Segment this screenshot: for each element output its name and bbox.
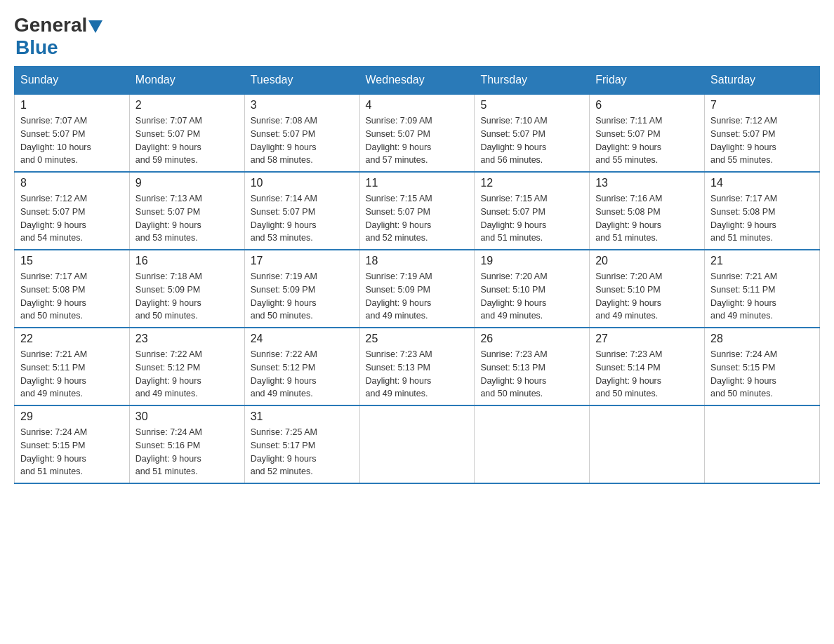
day-number: 28 [710,333,814,345]
day-info: Sunrise: 7:24 AMSunset: 5:15 PMDaylight:… [710,348,814,401]
weekday-header-saturday: Saturday [705,67,820,95]
day-number: 19 [480,255,583,267]
day-number: 2 [135,99,239,112]
day-info: Sunrise: 7:15 AMSunset: 5:07 PMDaylight:… [480,192,583,245]
day-info: Sunrise: 7:21 AMSunset: 5:11 PMDaylight:… [710,270,814,323]
day-number: 6 [595,99,699,112]
calendar-cell: 17 Sunrise: 7:19 AMSunset: 5:09 PMDaylig… [244,250,359,328]
logo-general-text: General [14,14,87,36]
day-info: Sunrise: 7:24 AMSunset: 5:15 PMDaylight:… [20,426,124,478]
day-number: 27 [595,333,699,345]
day-info: Sunrise: 7:23 AMSunset: 5:13 PMDaylight:… [366,348,469,401]
day-number: 10 [251,177,354,189]
calendar-cell: 4 Sunrise: 7:09 AMSunset: 5:07 PMDayligh… [359,94,475,172]
day-number: 12 [480,177,583,189]
day-info: Sunrise: 7:24 AMSunset: 5:16 PMDaylight:… [135,426,239,478]
day-number: 20 [595,255,699,267]
day-info: Sunrise: 7:08 AMSunset: 5:07 PMDaylight:… [251,114,354,167]
calendar-cell: 9 Sunrise: 7:13 AMSunset: 5:07 PMDayligh… [129,172,244,250]
calendar-cell: 5 Sunrise: 7:10 AMSunset: 5:07 PMDayligh… [475,94,590,172]
day-number: 3 [251,99,354,112]
day-number: 11 [366,177,469,189]
calendar-week-row: 29 Sunrise: 7:24 AMSunset: 5:15 PMDaylig… [15,405,820,483]
calendar-cell [475,405,590,483]
day-info: Sunrise: 7:23 AMSunset: 5:13 PMDaylight:… [480,348,583,401]
calendar-cell: 25 Sunrise: 7:23 AMSunset: 5:13 PMDaylig… [359,328,475,405]
day-number: 8 [20,177,124,189]
day-info: Sunrise: 7:22 AMSunset: 5:12 PMDaylight:… [251,348,354,401]
calendar-cell: 29 Sunrise: 7:24 AMSunset: 5:15 PMDaylig… [15,405,130,483]
day-number: 14 [710,177,814,189]
logo-blue-text: Blue [15,36,58,59]
day-number: 7 [710,99,814,112]
day-info: Sunrise: 7:25 AMSunset: 5:17 PMDaylight:… [251,426,354,478]
calendar-cell [359,405,475,483]
day-info: Sunrise: 7:15 AMSunset: 5:07 PMDaylight:… [366,192,469,245]
day-info: Sunrise: 7:07 AMSunset: 5:07 PMDaylight:… [135,114,239,167]
calendar-cell: 10 Sunrise: 7:14 AMSunset: 5:07 PMDaylig… [244,172,359,250]
calendar-cell: 16 Sunrise: 7:18 AMSunset: 5:09 PMDaylig… [129,250,244,328]
calendar-week-row: 8 Sunrise: 7:12 AMSunset: 5:07 PMDayligh… [15,172,820,250]
day-info: Sunrise: 7:17 AMSunset: 5:08 PMDaylight:… [20,270,124,323]
calendar-cell: 31 Sunrise: 7:25 AMSunset: 5:17 PMDaylig… [244,405,359,483]
day-info: Sunrise: 7:10 AMSunset: 5:07 PMDaylight:… [480,114,583,167]
weekday-header-row: SundayMondayTuesdayWednesdayThursdayFrid… [15,67,820,95]
day-info: Sunrise: 7:19 AMSunset: 5:09 PMDaylight:… [366,270,469,323]
day-info: Sunrise: 7:13 AMSunset: 5:07 PMDaylight:… [135,192,239,245]
day-number: 30 [135,410,239,423]
day-number: 15 [20,255,124,267]
day-number: 21 [710,255,814,267]
calendar-cell: 21 Sunrise: 7:21 AMSunset: 5:11 PMDaylig… [705,250,820,328]
header: General Blue [14,14,820,59]
day-number: 29 [20,410,124,423]
weekday-header-tuesday: Tuesday [244,67,359,95]
calendar-cell: 12 Sunrise: 7:15 AMSunset: 5:07 PMDaylig… [475,172,590,250]
day-info: Sunrise: 7:21 AMSunset: 5:11 PMDaylight:… [20,348,124,401]
day-info: Sunrise: 7:12 AMSunset: 5:07 PMDaylight:… [710,114,814,167]
day-info: Sunrise: 7:19 AMSunset: 5:09 PMDaylight:… [251,270,354,323]
calendar-week-row: 1 Sunrise: 7:07 AMSunset: 5:07 PMDayligh… [15,94,820,172]
weekday-header-monday: Monday [129,67,244,95]
day-number: 18 [366,255,469,267]
weekday-header-sunday: Sunday [15,67,130,95]
day-number: 31 [251,410,354,423]
weekday-header-thursday: Thursday [475,67,590,95]
day-info: Sunrise: 7:17 AMSunset: 5:08 PMDaylight:… [710,192,814,245]
logo: General Blue [14,14,102,59]
calendar-table: SundayMondayTuesdayWednesdayThursdayFrid… [14,66,820,484]
day-number: 4 [366,99,469,112]
day-info: Sunrise: 7:07 AMSunset: 5:07 PMDaylight:… [20,114,124,167]
calendar-cell: 1 Sunrise: 7:07 AMSunset: 5:07 PMDayligh… [15,94,130,172]
day-info: Sunrise: 7:18 AMSunset: 5:09 PMDaylight:… [135,270,239,323]
day-number: 17 [251,255,354,267]
day-number: 23 [135,333,239,345]
calendar-cell: 7 Sunrise: 7:12 AMSunset: 5:07 PMDayligh… [705,94,820,172]
day-info: Sunrise: 7:12 AMSunset: 5:07 PMDaylight:… [20,192,124,245]
day-info: Sunrise: 7:09 AMSunset: 5:07 PMDaylight:… [366,114,469,167]
weekday-header-wednesday: Wednesday [359,67,475,95]
calendar-cell: 15 Sunrise: 7:17 AMSunset: 5:08 PMDaylig… [15,250,130,328]
weekday-header-friday: Friday [590,67,705,95]
calendar-cell: 2 Sunrise: 7:07 AMSunset: 5:07 PMDayligh… [129,94,244,172]
calendar-cell: 3 Sunrise: 7:08 AMSunset: 5:07 PMDayligh… [244,94,359,172]
calendar-cell: 19 Sunrise: 7:20 AMSunset: 5:10 PMDaylig… [475,250,590,328]
day-number: 1 [20,99,124,112]
calendar-week-row: 22 Sunrise: 7:21 AMSunset: 5:11 PMDaylig… [15,328,820,405]
calendar-cell [590,405,705,483]
calendar-cell: 24 Sunrise: 7:22 AMSunset: 5:12 PMDaylig… [244,328,359,405]
day-number: 5 [480,99,583,112]
day-number: 22 [20,333,124,345]
calendar-cell: 6 Sunrise: 7:11 AMSunset: 5:07 PMDayligh… [590,94,705,172]
day-info: Sunrise: 7:20 AMSunset: 5:10 PMDaylight:… [595,270,699,323]
calendar-cell: 20 Sunrise: 7:20 AMSunset: 5:10 PMDaylig… [590,250,705,328]
calendar-cell: 18 Sunrise: 7:19 AMSunset: 5:09 PMDaylig… [359,250,475,328]
day-number: 26 [480,333,583,345]
day-number: 13 [595,177,699,189]
calendar-cell: 27 Sunrise: 7:23 AMSunset: 5:14 PMDaylig… [590,328,705,405]
day-info: Sunrise: 7:14 AMSunset: 5:07 PMDaylight:… [251,192,354,245]
calendar-cell: 22 Sunrise: 7:21 AMSunset: 5:11 PMDaylig… [15,328,130,405]
calendar-week-row: 15 Sunrise: 7:17 AMSunset: 5:08 PMDaylig… [15,250,820,328]
calendar-cell: 26 Sunrise: 7:23 AMSunset: 5:13 PMDaylig… [475,328,590,405]
calendar-cell: 30 Sunrise: 7:24 AMSunset: 5:16 PMDaylig… [129,405,244,483]
calendar-cell: 11 Sunrise: 7:15 AMSunset: 5:07 PMDaylig… [359,172,475,250]
